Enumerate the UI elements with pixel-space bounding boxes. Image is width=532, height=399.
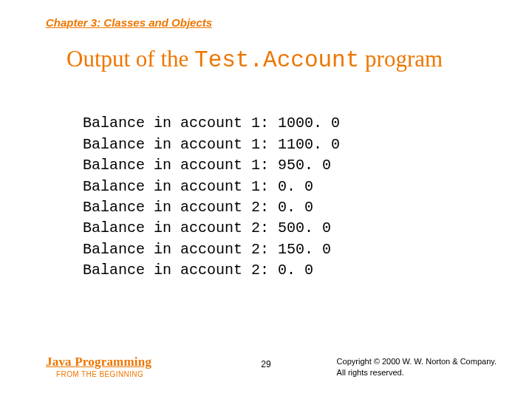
- output-line: Balance in account 1: 1000. 0: [83, 115, 340, 132]
- output-line: Balance in account 1: 950. 0: [83, 157, 331, 174]
- title-post: program: [359, 46, 443, 72]
- program-output: Balance in account 1: 1000. 0 Balance in…: [83, 92, 340, 282]
- output-line: Balance in account 2: 0. 0: [83, 199, 313, 216]
- output-line: Balance in account 1: 0. 0: [83, 178, 313, 195]
- book-subtitle: FROM THE BEGINNING: [56, 370, 151, 378]
- copyright-line: Copyright © 2000 W. W. Norton & Company.: [337, 357, 497, 366]
- output-line: Balance in account 2: 0. 0: [83, 262, 313, 279]
- slide-title: Output of the Test.Account program: [66, 46, 502, 73]
- output-line: Balance in account 1: 1100. 0: [83, 136, 340, 153]
- title-mono: Test.Account: [194, 47, 359, 73]
- chapter-title: Chapter 3: Classes and Objects: [46, 16, 212, 29]
- title-pre: Output of the: [66, 46, 194, 72]
- copyright-line: All rights reserved.: [337, 368, 404, 377]
- output-line: Balance in account 2: 500. 0: [83, 219, 331, 236]
- output-line: Balance in account 2: 150. 0: [83, 241, 331, 258]
- copyright: Copyright © 2000 W. W. Norton & Company.…: [337, 356, 497, 378]
